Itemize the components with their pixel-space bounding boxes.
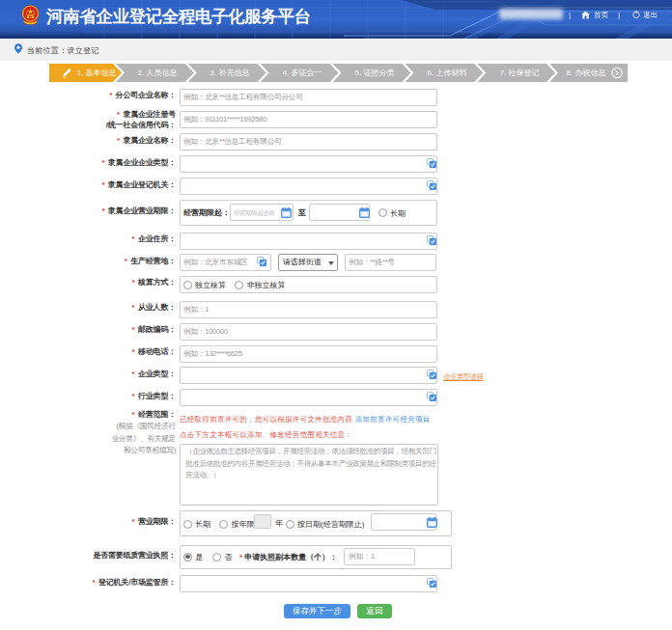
svg-text:3. 补充信息: 3. 补充信息 <box>210 68 250 77</box>
svg-text:5. 证照分类: 5. 证照分类 <box>355 68 395 77</box>
svg-text:7. 社保登记: 7. 社保登记 <box>500 68 540 77</box>
svg-text:1. 基本信息: 1. 基本信息 <box>77 68 117 77</box>
svg-text:6. 上传材料: 6. 上传材料 <box>428 68 467 77</box>
svg-text:8. 办税信息: 8. 办税信息 <box>567 68 606 77</box>
svg-text:4. 多证合一: 4. 多证合一 <box>283 68 322 77</box>
svg-text:2. 人员信息: 2. 人员信息 <box>138 68 178 77</box>
